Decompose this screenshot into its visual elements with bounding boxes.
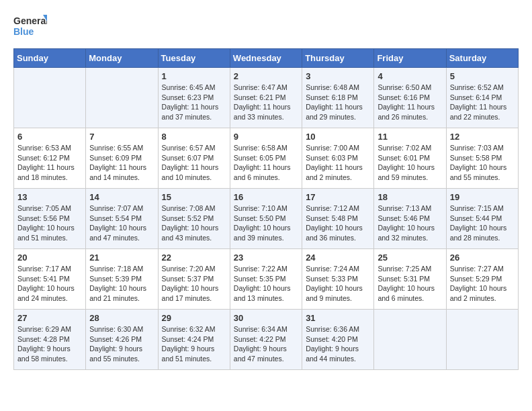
calendar-cell: 2Sunrise: 6:47 AM Sunset: 6:21 PM Daylig… bbox=[230, 68, 302, 128]
day-number: 31 bbox=[306, 313, 370, 323]
day-number: 28 bbox=[89, 313, 154, 323]
calendar-cell: 13Sunrise: 7:05 AM Sunset: 5:56 PM Dayli… bbox=[14, 189, 86, 249]
day-info: Sunrise: 6:36 AM Sunset: 4:20 PM Dayligh… bbox=[306, 324, 370, 364]
day-info: Sunrise: 6:47 AM Sunset: 6:21 PM Dayligh… bbox=[234, 83, 298, 122]
day-number: 6 bbox=[17, 132, 82, 142]
day-number: 19 bbox=[450, 192, 515, 202]
day-info: Sunrise: 7:13 AM Sunset: 5:46 PM Dayligh… bbox=[378, 203, 442, 243]
day-number: 9 bbox=[234, 132, 298, 142]
calendar-cell: 6Sunrise: 6:53 AM Sunset: 6:12 PM Daylig… bbox=[14, 128, 86, 189]
day-info: Sunrise: 6:30 AM Sunset: 4:26 PM Dayligh… bbox=[89, 324, 154, 364]
day-info: Sunrise: 6:45 AM Sunset: 6:23 PM Dayligh… bbox=[162, 83, 226, 122]
calendar-cell: 15Sunrise: 7:08 AM Sunset: 5:52 PM Dayli… bbox=[158, 189, 230, 249]
day-number: 5 bbox=[450, 71, 515, 81]
svg-text:Blue: Blue bbox=[13, 26, 34, 37]
day-number: 12 bbox=[450, 132, 515, 142]
day-number: 14 bbox=[89, 192, 154, 202]
day-info: Sunrise: 7:18 AM Sunset: 5:39 PM Dayligh… bbox=[89, 264, 154, 304]
day-info: Sunrise: 7:12 AM Sunset: 5:48 PM Dayligh… bbox=[306, 203, 370, 243]
day-info: Sunrise: 7:07 AM Sunset: 5:54 PM Dayligh… bbox=[89, 203, 154, 243]
calendar-cell: 4Sunrise: 6:50 AM Sunset: 6:16 PM Daylig… bbox=[374, 68, 446, 128]
calendar-cell bbox=[446, 310, 518, 370]
calendar-cell: 3Sunrise: 6:48 AM Sunset: 6:18 PM Daylig… bbox=[302, 68, 374, 128]
calendar-cell: 24Sunrise: 7:24 AM Sunset: 5:33 PM Dayli… bbox=[302, 249, 374, 310]
day-info: Sunrise: 6:34 AM Sunset: 4:22 PM Dayligh… bbox=[234, 324, 298, 364]
day-info: Sunrise: 7:05 AM Sunset: 5:56 PM Dayligh… bbox=[17, 203, 82, 243]
calendar-cell: 5Sunrise: 6:52 AM Sunset: 6:14 PM Daylig… bbox=[446, 68, 518, 128]
day-number: 2 bbox=[234, 71, 298, 81]
calendar-table: SundayMondayTuesdayWednesdayThursdayFrid… bbox=[13, 48, 519, 370]
day-info: Sunrise: 7:20 AM Sunset: 5:37 PM Dayligh… bbox=[162, 264, 226, 304]
day-number: 25 bbox=[378, 253, 442, 263]
day-info: Sunrise: 6:55 AM Sunset: 6:09 PM Dayligh… bbox=[89, 143, 154, 183]
weekday-header: Monday bbox=[86, 49, 158, 68]
svg-text:General: General bbox=[13, 15, 47, 26]
calendar-cell: 28Sunrise: 6:30 AM Sunset: 4:26 PM Dayli… bbox=[86, 310, 158, 370]
weekday-header-row: SundayMondayTuesdayWednesdayThursdayFrid… bbox=[14, 49, 519, 68]
day-info: Sunrise: 7:22 AM Sunset: 5:35 PM Dayligh… bbox=[234, 264, 298, 304]
day-info: Sunrise: 6:50 AM Sunset: 6:16 PM Dayligh… bbox=[378, 83, 442, 122]
day-info: Sunrise: 7:17 AM Sunset: 5:41 PM Dayligh… bbox=[17, 264, 82, 304]
day-number: 30 bbox=[234, 313, 298, 323]
day-number: 24 bbox=[306, 253, 370, 263]
calendar-cell: 9Sunrise: 6:58 AM Sunset: 6:05 PM Daylig… bbox=[230, 128, 302, 189]
calendar-cell: 8Sunrise: 6:57 AM Sunset: 6:07 PM Daylig… bbox=[158, 128, 230, 189]
day-number: 20 bbox=[17, 253, 82, 263]
day-info: Sunrise: 6:52 AM Sunset: 6:14 PM Dayligh… bbox=[450, 83, 515, 122]
day-number: 21 bbox=[89, 253, 154, 263]
day-number: 11 bbox=[378, 132, 442, 142]
calendar-cell: 10Sunrise: 7:00 AM Sunset: 6:03 PM Dayli… bbox=[302, 128, 374, 189]
day-number: 16 bbox=[234, 192, 298, 202]
logo-svg: General Blue bbox=[13, 13, 47, 42]
calendar-cell bbox=[374, 310, 446, 370]
day-number: 27 bbox=[17, 313, 82, 323]
weekday-header: Thursday bbox=[302, 49, 374, 68]
calendar-cell: 14Sunrise: 7:07 AM Sunset: 5:54 PM Dayli… bbox=[86, 189, 158, 249]
weekday-header: Wednesday bbox=[230, 49, 302, 68]
day-info: Sunrise: 6:53 AM Sunset: 6:12 PM Dayligh… bbox=[17, 143, 82, 183]
day-number: 10 bbox=[306, 132, 370, 142]
calendar-cell: 23Sunrise: 7:22 AM Sunset: 5:35 PM Dayli… bbox=[230, 249, 302, 310]
day-info: Sunrise: 7:03 AM Sunset: 5:58 PM Dayligh… bbox=[450, 143, 515, 183]
day-number: 3 bbox=[306, 71, 370, 81]
calendar-cell: 27Sunrise: 6:29 AM Sunset: 4:28 PM Dayli… bbox=[14, 310, 86, 370]
calendar-cell: 22Sunrise: 7:20 AM Sunset: 5:37 PM Dayli… bbox=[158, 249, 230, 310]
day-info: Sunrise: 6:29 AM Sunset: 4:28 PM Dayligh… bbox=[17, 324, 82, 364]
calendar-cell: 30Sunrise: 6:34 AM Sunset: 4:22 PM Dayli… bbox=[230, 310, 302, 370]
calendar-week-row: 27Sunrise: 6:29 AM Sunset: 4:28 PM Dayli… bbox=[14, 310, 519, 370]
calendar-week-row: 6Sunrise: 6:53 AM Sunset: 6:12 PM Daylig… bbox=[14, 128, 519, 189]
calendar-cell: 19Sunrise: 7:15 AM Sunset: 5:44 PM Dayli… bbox=[446, 189, 518, 249]
calendar-cell: 25Sunrise: 7:25 AM Sunset: 5:31 PM Dayli… bbox=[374, 249, 446, 310]
day-info: Sunrise: 6:58 AM Sunset: 6:05 PM Dayligh… bbox=[234, 143, 298, 183]
day-info: Sunrise: 7:24 AM Sunset: 5:33 PM Dayligh… bbox=[306, 264, 370, 304]
calendar-cell: 26Sunrise: 7:27 AM Sunset: 5:29 PM Dayli… bbox=[446, 249, 518, 310]
header: General Blue bbox=[13, 13, 519, 42]
weekday-header: Saturday bbox=[446, 49, 518, 68]
day-number: 15 bbox=[162, 192, 226, 202]
day-info: Sunrise: 7:00 AM Sunset: 6:03 PM Dayligh… bbox=[306, 143, 370, 183]
day-info: Sunrise: 6:48 AM Sunset: 6:18 PM Dayligh… bbox=[306, 83, 370, 122]
day-number: 13 bbox=[17, 192, 82, 202]
calendar-week-row: 13Sunrise: 7:05 AM Sunset: 5:56 PM Dayli… bbox=[14, 189, 519, 249]
day-number: 1 bbox=[162, 71, 226, 81]
day-info: Sunrise: 7:15 AM Sunset: 5:44 PM Dayligh… bbox=[450, 203, 515, 243]
calendar-cell: 17Sunrise: 7:12 AM Sunset: 5:48 PM Dayli… bbox=[302, 189, 374, 249]
calendar-cell: 16Sunrise: 7:10 AM Sunset: 5:50 PM Dayli… bbox=[230, 189, 302, 249]
calendar-cell: 11Sunrise: 7:02 AM Sunset: 6:01 PM Dayli… bbox=[374, 128, 446, 189]
day-number: 22 bbox=[162, 253, 226, 263]
calendar-cell: 7Sunrise: 6:55 AM Sunset: 6:09 PM Daylig… bbox=[86, 128, 158, 189]
day-info: Sunrise: 7:25 AM Sunset: 5:31 PM Dayligh… bbox=[378, 264, 442, 304]
day-info: Sunrise: 6:32 AM Sunset: 4:24 PM Dayligh… bbox=[162, 324, 226, 364]
calendar-cell: 1Sunrise: 6:45 AM Sunset: 6:23 PM Daylig… bbox=[158, 68, 230, 128]
day-info: Sunrise: 7:27 AM Sunset: 5:29 PM Dayligh… bbox=[450, 264, 515, 304]
day-info: Sunrise: 7:08 AM Sunset: 5:52 PM Dayligh… bbox=[162, 203, 226, 243]
weekday-header: Friday bbox=[374, 49, 446, 68]
day-info: Sunrise: 7:10 AM Sunset: 5:50 PM Dayligh… bbox=[234, 203, 298, 243]
calendar-cell: 20Sunrise: 7:17 AM Sunset: 5:41 PM Dayli… bbox=[14, 249, 86, 310]
day-number: 4 bbox=[378, 71, 442, 81]
day-number: 17 bbox=[306, 192, 370, 202]
day-number: 29 bbox=[162, 313, 226, 323]
calendar-cell: 12Sunrise: 7:03 AM Sunset: 5:58 PM Dayli… bbox=[446, 128, 518, 189]
weekday-header: Sunday bbox=[14, 49, 86, 68]
day-info: Sunrise: 7:02 AM Sunset: 6:01 PM Dayligh… bbox=[378, 143, 442, 183]
